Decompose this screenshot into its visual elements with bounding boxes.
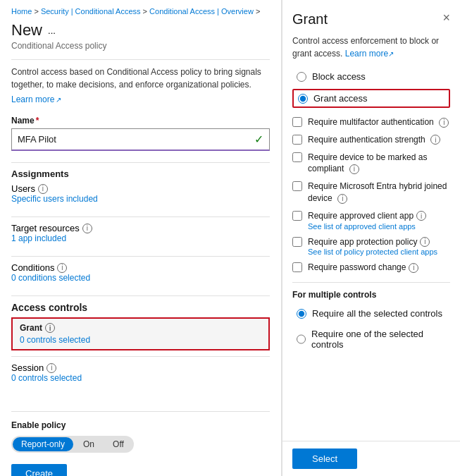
checkbox-password-change-info-icon[interactable]: i (409, 263, 418, 273)
checkbox-hybrid-input[interactable] (292, 181, 302, 191)
checkbox-mfa-label: Require multifactor authentication (308, 117, 434, 127)
panel-learn-more-link[interactable]: Learn more (345, 49, 394, 59)
checkbox-app-protection-label: Require app protection policy (308, 236, 417, 248)
checkbox-auth-strength: Require authentication strength i (292, 134, 450, 146)
checkbox-mfa-input[interactable] (292, 117, 302, 127)
checkbox-compliant: Require device to be marked as compliant… (292, 152, 450, 176)
breadcrumb: Home > Security | Conditional Access > C… (11, 7, 270, 16)
require-one-label: Require one of the selected controls (311, 329, 446, 350)
policy-description: Control access based on Conditional Acce… (11, 66, 270, 91)
toggle-off[interactable]: Off (104, 437, 132, 451)
grant-info-icon[interactable]: i (45, 323, 55, 333)
checkbox-app-protection-info-icon[interactable]: i (420, 237, 430, 247)
approved-app-link[interactable]: See list of approved client apps (308, 222, 450, 231)
require-all-radio-item[interactable]: Require all the selected controls (292, 305, 450, 322)
access-controls-label: Access controls (11, 302, 270, 313)
create-button[interactable]: Create (11, 464, 67, 476)
enable-policy-section: Enable policy Report-only On Off Create (11, 420, 270, 476)
session-label: Session (11, 362, 44, 373)
target-resources-label: Target resources (11, 223, 80, 233)
grant-panel: Grant × Control access enforcement to bl… (282, 0, 460, 476)
checkbox-password-change-input[interactable] (292, 262, 302, 272)
panel-footer: Select (282, 441, 460, 476)
checkbox-approved-app-info-icon[interactable]: i (416, 211, 426, 221)
conditions-label: Conditions (11, 262, 54, 273)
checkbox-mfa-info-icon[interactable]: i (439, 118, 449, 128)
learn-more-link[interactable]: Learn more (11, 94, 61, 104)
select-button[interactable]: Select (292, 448, 357, 469)
session-value[interactable]: 0 controls selected (11, 373, 270, 383)
grant-options-list: Require multifactor authentication i Req… (292, 116, 450, 274)
checkbox-auth-strength-input[interactable] (292, 135, 302, 145)
breadcrumb-home[interactable]: Home (11, 7, 32, 16)
toggle-on[interactable]: On (75, 437, 103, 451)
target-resources-value[interactable]: 1 app included (11, 233, 270, 243)
grant-access-label: Grant access (313, 93, 368, 104)
page-subtitle: Conditional Access policy (11, 41, 270, 51)
users-info-icon[interactable]: i (38, 184, 48, 194)
page-title: New (11, 21, 42, 39)
access-type-radio-group: Block access Grant access (292, 68, 450, 108)
block-access-radio[interactable] (297, 72, 306, 82)
block-access-label: Block access (312, 71, 366, 82)
grant-box[interactable]: Grant i 0 controls selected (11, 317, 270, 350)
panel-title: Grant (292, 11, 328, 28)
session-info-icon[interactable]: i (46, 363, 56, 373)
require-one-radio[interactable] (297, 334, 306, 344)
app-protection-link[interactable]: See list of policy protected client apps (308, 248, 450, 256)
multiple-controls-section: For multiple controls Require all the se… (292, 282, 450, 353)
checkbox-auth-strength-info-icon[interactable]: i (430, 135, 440, 145)
require-all-label: Require all the selected controls (312, 308, 442, 319)
require-one-radio-item[interactable]: Require one of the selected controls (292, 326, 450, 353)
grant-label: Grant (20, 323, 42, 333)
checkbox-compliant-info-icon[interactable]: i (349, 164, 359, 174)
breadcrumb-overview[interactable]: Conditional Access | Overview (149, 7, 254, 16)
close-button[interactable]: × (442, 11, 450, 24)
checkbox-compliant-label: Require device to be marked as compliant (308, 152, 427, 174)
checkbox-hybrid-label: Require Microsoft Entra hybrid joined de… (308, 181, 447, 203)
checkbox-compliant-input[interactable] (292, 152, 302, 162)
users-label: Users (11, 183, 35, 194)
users-value[interactable]: Specific users included (11, 194, 270, 204)
check-icon: ✓ (254, 133, 263, 146)
checkbox-app-protection-input[interactable] (292, 237, 302, 247)
checkbox-password-change-label: Require password change (308, 262, 406, 274)
panel-header: Grant × (292, 11, 450, 28)
checkbox-hybrid-info-icon[interactable]: i (337, 194, 347, 204)
users-section: Users i Specific users included (11, 183, 270, 211)
left-panel: Home > Security | Conditional Access > C… (0, 0, 282, 476)
block-access-radio-item[interactable]: Block access (292, 68, 450, 85)
checkbox-approved-app-label: Require approved client app (308, 210, 414, 222)
target-resources-section: Target resources i 1 app included (11, 223, 270, 250)
target-resources-info-icon[interactable]: i (82, 224, 92, 233)
conditions-info-icon[interactable]: i (57, 263, 67, 273)
session-section: Session i 0 controls selected (11, 362, 270, 383)
checkbox-password-change: Require password change i (292, 262, 450, 274)
panel-description: Control access enforcement to block or g… (292, 35, 450, 60)
checkbox-approved-app: Require approved client app i See list o… (292, 210, 450, 231)
multiple-controls-title: For multiple controls (292, 290, 450, 300)
conditions-section: Conditions i 0 conditions selected (11, 262, 270, 290)
conditions-value[interactable]: 0 conditions selected (11, 273, 270, 283)
checkbox-mfa: Require multifactor authentication i (292, 116, 450, 128)
grant-access-radio-item[interactable]: Grant access (292, 89, 450, 108)
checkbox-auth-strength-label: Require authentication strength (308, 135, 425, 145)
toggle-report-only[interactable]: Report-only (13, 437, 73, 451)
more-options-icon[interactable]: ... (48, 25, 56, 36)
name-input-display[interactable]: MFA Pilot ✓ (11, 128, 270, 151)
grant-access-radio[interactable] (298, 94, 308, 104)
checkbox-approved-app-input[interactable] (292, 211, 302, 221)
enable-policy-label: Enable policy (11, 420, 270, 430)
checkbox-hybrid: Require Microsoft Entra hybrid joined de… (292, 181, 450, 205)
require-all-radio[interactable] (297, 309, 306, 319)
assignments-label: Assignments (11, 169, 270, 179)
breadcrumb-security[interactable]: Security | Conditional Access (41, 7, 141, 16)
grant-value: 0 controls selected (20, 335, 90, 345)
name-label: Name* (11, 116, 270, 126)
checkbox-app-protection: Require app protection policy i See list… (292, 236, 450, 257)
